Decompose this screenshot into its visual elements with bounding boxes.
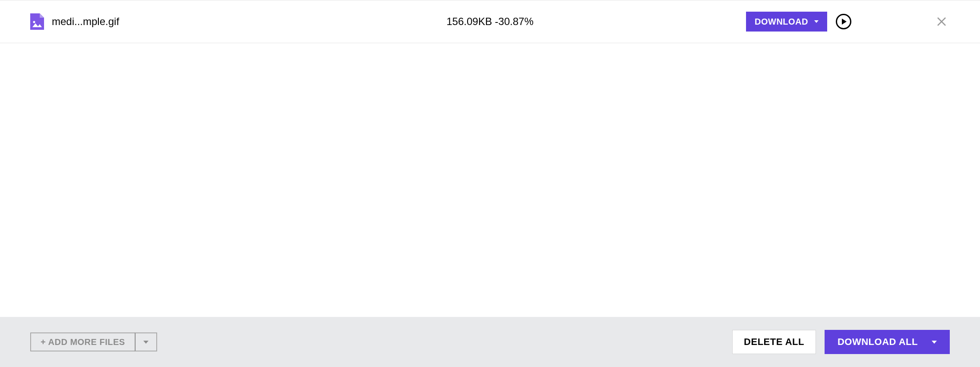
- file-size: 156.09KB: [446, 16, 492, 27]
- image-file-icon: [30, 13, 44, 30]
- row-actions: DOWNLOAD: [746, 12, 950, 32]
- download-all-button[interactable]: DOWNLOAD ALL: [825, 330, 950, 354]
- add-more-dropdown-button[interactable]: [135, 332, 157, 351]
- caret-down-icon: [814, 20, 819, 23]
- file-name: medi...mple.gif: [52, 16, 119, 28]
- file-row: medi...mple.gif 156.09KB -30.87% DOWNLOA…: [0, 0, 980, 43]
- caret-down-icon: [143, 341, 149, 344]
- download-button[interactable]: DOWNLOAD: [746, 12, 827, 32]
- svg-point-0: [33, 21, 35, 23]
- download-button-label: DOWNLOAD: [755, 17, 808, 27]
- footer-bar: + ADD MORE FILES DELETE ALL DOWNLOAD ALL: [0, 317, 980, 367]
- caret-down-icon: [932, 341, 937, 344]
- add-more-group: + ADD MORE FILES: [30, 332, 157, 351]
- delete-all-button[interactable]: DELETE ALL: [732, 330, 816, 354]
- remove-file-button[interactable]: [933, 13, 950, 30]
- file-stats: 156.09KB -30.87%: [446, 16, 533, 28]
- add-more-files-button[interactable]: + ADD MORE FILES: [30, 332, 136, 351]
- file-reduction: -30.87%: [495, 16, 533, 27]
- close-icon: [937, 17, 946, 26]
- play-icon: [842, 19, 847, 25]
- play-button[interactable]: [836, 14, 851, 29]
- download-all-label: DOWNLOAD ALL: [838, 336, 918, 348]
- footer-right: DELETE ALL DOWNLOAD ALL: [732, 330, 950, 354]
